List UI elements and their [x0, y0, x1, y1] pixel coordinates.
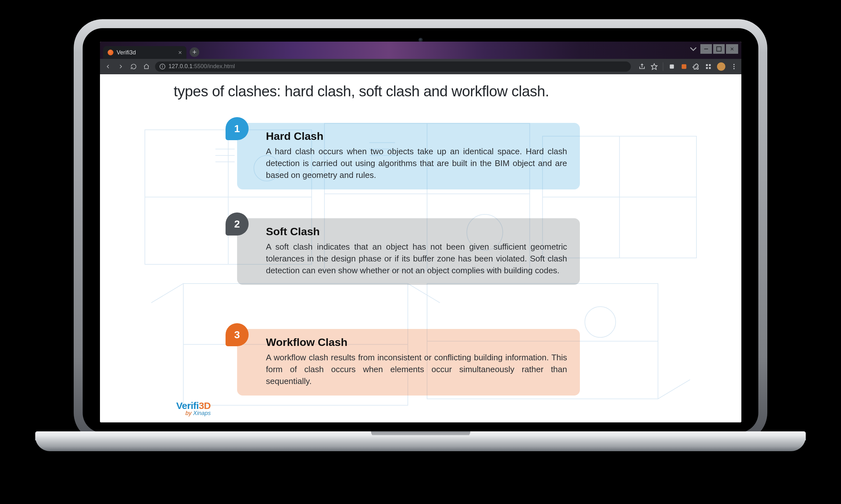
page-heading-fragment: types of clashes: hard clash, soft clash…: [174, 83, 549, 100]
window-maximize-button[interactable]: [713, 44, 725, 54]
card-body-hard: A hard clash occurs when two objects tak…: [266, 146, 567, 181]
url-path: :5500/index.html: [192, 63, 235, 69]
svg-rect-4: [682, 64, 687, 69]
address-bar[interactable]: i 127.0.0.1:5500/index.html: [155, 61, 631, 72]
nav-home-button[interactable]: [142, 62, 151, 71]
browser-toolbar: i 127.0.0.1:5500/index.html: [100, 59, 741, 74]
clash-card-hard: 1 Hard Clash A hard clash occurs when tw…: [237, 123, 580, 190]
toolbar-separator: [663, 62, 663, 71]
site-info-icon[interactable]: i: [159, 64, 165, 69]
badge-3: 3: [226, 323, 248, 346]
logo-byline-name: Xinaps: [193, 410, 211, 416]
url-host: 127.0.0.1: [169, 63, 192, 69]
svg-rect-7: [706, 67, 708, 69]
window-close-button[interactable]: [726, 44, 738, 54]
page-content: types of clashes: hard clash, soft clash…: [100, 74, 741, 422]
profile-avatar[interactable]: [717, 62, 725, 71]
card-title-soft: Soft Clash: [266, 225, 567, 238]
extension-icon-2[interactable]: [681, 63, 688, 70]
share-icon[interactable]: [638, 63, 646, 70]
verifi3d-logo: Verifi3D by Xinaps: [176, 400, 211, 417]
svg-marker-2: [651, 64, 657, 69]
toolbar-right: [638, 62, 738, 71]
laptop-shadow: [35, 451, 806, 479]
svg-rect-8: [709, 67, 711, 69]
logo-part1: Verifi: [176, 400, 199, 411]
svg-rect-6: [709, 64, 711, 66]
kebab-menu-icon[interactable]: [731, 63, 738, 70]
logo-part2: 3D: [199, 400, 210, 411]
nav-reload-button[interactable]: [130, 62, 138, 71]
card-body-soft: A soft clash indicates that an object ha…: [266, 241, 567, 276]
window-controls: [688, 44, 738, 54]
extension-icon-1[interactable]: [668, 63, 675, 70]
clash-card-soft: 2 Soft Clash A soft clash indicates that…: [237, 218, 580, 285]
bookmark-icon[interactable]: [651, 63, 658, 70]
card-title-workflow: Workflow Clash: [266, 336, 567, 348]
browser-tab[interactable]: Verifi3d ×: [103, 46, 187, 59]
app-launcher-icon[interactable]: [705, 63, 712, 70]
screen-viewport: Verifi3d × + i: [100, 41, 741, 422]
laptop-base: [35, 435, 806, 451]
extensions-puzzle-icon[interactable]: [693, 63, 700, 70]
badge-2: 2: [226, 213, 248, 235]
card-body-workflow: A workflow clash results from inconsiste…: [266, 352, 567, 387]
card-title-hard: Hard Clash: [266, 130, 567, 142]
svg-point-11: [733, 68, 735, 69]
window-chevron-icon[interactable]: [688, 44, 699, 54]
tab-title: Verifi3d: [117, 49, 136, 56]
window-minimize-button[interactable]: [700, 44, 712, 54]
logo-byline-by: by: [186, 410, 193, 416]
badge-1: 1: [226, 117, 248, 140]
tab-favicon: [108, 50, 114, 55]
svg-point-10: [733, 66, 735, 67]
svg-rect-3: [670, 64, 674, 69]
svg-rect-5: [706, 64, 708, 66]
browser-titlebar: Verifi3d × +: [100, 41, 741, 59]
new-tab-button[interactable]: +: [190, 47, 199, 57]
tab-close-button[interactable]: ×: [178, 49, 182, 56]
nav-back-button[interactable]: [104, 62, 112, 71]
clash-card-workflow: 3 Workflow Clash A workflow clash result…: [237, 329, 580, 396]
svg-point-9: [733, 64, 735, 65]
svg-point-27: [585, 307, 616, 337]
nav-forward-button[interactable]: [117, 62, 125, 71]
